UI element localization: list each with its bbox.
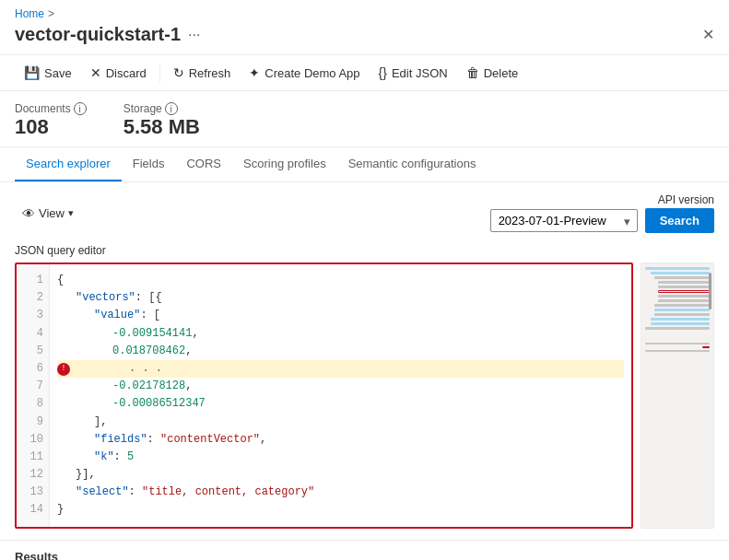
minimap <box>641 262 714 529</box>
code-line-1: { <box>57 272 624 289</box>
documents-value: 108 <box>15 115 87 139</box>
breadcrumb-separator: > <box>48 7 54 20</box>
error-marker: ! <box>57 363 70 376</box>
page-title: vector-quickstart-1 <box>15 24 181 45</box>
view-button[interactable]: 👁 View ▾ <box>15 202 81 226</box>
results-bar: Results <box>0 540 729 560</box>
code-line-13: "select": "title, content, category" <box>57 484 624 501</box>
tab-scoring-profiles[interactable]: Scoring profiles <box>232 147 337 181</box>
json-icon: {} <box>379 65 387 80</box>
discard-icon: ✕ <box>90 65 101 80</box>
tab-fields[interactable]: Fields <box>122 147 176 181</box>
save-icon: 💾 <box>24 65 40 80</box>
code-line-9: ], <box>57 414 624 431</box>
storage-info-icon[interactable]: i <box>165 102 178 115</box>
create-demo-app-button[interactable]: ✦ Create Demo App <box>240 61 369 85</box>
line-numbers: 1 2 3 4 5 6 7 8 9 10 11 12 13 14 <box>17 264 50 527</box>
tab-cors[interactable]: CORS <box>175 147 232 181</box>
delete-icon: 🗑 <box>466 65 479 80</box>
results-label: Results <box>15 550 58 560</box>
code-line-10: "fields": "contentVector", <box>57 431 624 449</box>
code-line-6: ! . . . <box>57 360 624 378</box>
editor-label: JSON query editor <box>15 244 714 257</box>
refresh-icon: ↻ <box>173 65 184 80</box>
minimap-scrollbar[interactable] <box>709 273 711 309</box>
save-button[interactable]: 💾 Save <box>15 61 81 85</box>
storage-value: 5.58 MB <box>123 115 200 139</box>
code-line-11: "k": 5 <box>57 449 624 466</box>
discard-button[interactable]: ✕ Discard <box>81 61 156 85</box>
tab-semantic-configurations[interactable]: Semantic configurations <box>337 147 488 181</box>
more-options-icon[interactable]: ··· <box>188 27 200 43</box>
api-version-select[interactable]: 2023-07-01-Preview 2021-04-30-Preview 20… <box>490 209 638 232</box>
editor-container: 1 2 3 4 5 6 7 8 9 10 11 12 13 14 { <box>15 262 714 529</box>
code-line-3: "value": [ <box>57 307 624 324</box>
tab-search-explorer[interactable]: Search explorer <box>15 147 122 181</box>
breadcrumb: Home > <box>15 7 714 20</box>
breadcrumb-home[interactable]: Home <box>15 7 44 20</box>
stats-bar: Documents i 108 Storage i 5.58 MB <box>0 91 729 147</box>
storage-stat: Storage i 5.58 MB <box>123 102 200 139</box>
api-version-area: API version 2023-07-01-Preview 2021-04-3… <box>490 193 714 233</box>
api-version-label: API version <box>658 193 714 206</box>
code-line-7: -0.02178128, <box>57 378 624 395</box>
documents-info-icon[interactable]: i <box>74 102 87 115</box>
code-line-14: } <box>57 501 624 519</box>
code-line-8: -0.00086512347 <box>57 395 624 413</box>
delete-button[interactable]: 🗑 Delete <box>457 61 528 85</box>
code-line-5: 0.018708462, <box>57 343 624 360</box>
code-editor[interactable]: 1 2 3 4 5 6 7 8 9 10 11 12 13 14 { <box>15 262 633 529</box>
refresh-button[interactable]: ↻ Refresh <box>164 61 241 85</box>
code-content: { "vectors": [{ "value": [ -0.009154141,… <box>50 264 631 527</box>
toolbar: 💾 Save ✕ Discard ↻ Refresh ✦ Create Demo… <box>0 55 729 91</box>
close-button[interactable]: ✕ <box>702 26 714 43</box>
demo-icon: ✦ <box>249 65 260 80</box>
eye-icon: 👁 <box>22 206 35 221</box>
chevron-down-icon: ▾ <box>68 207 74 219</box>
nav-tabs: Search explorer Fields CORS Scoring prof… <box>0 147 729 182</box>
edit-json-button[interactable]: {} Edit JSON <box>370 61 457 85</box>
code-line-4: -0.009154141, <box>57 325 624 343</box>
code-line-2: "vectors": [{ <box>57 289 624 307</box>
documents-stat: Documents i 108 <box>15 102 87 139</box>
code-line-12: }], <box>57 466 624 484</box>
search-button[interactable]: Search <box>645 208 714 233</box>
